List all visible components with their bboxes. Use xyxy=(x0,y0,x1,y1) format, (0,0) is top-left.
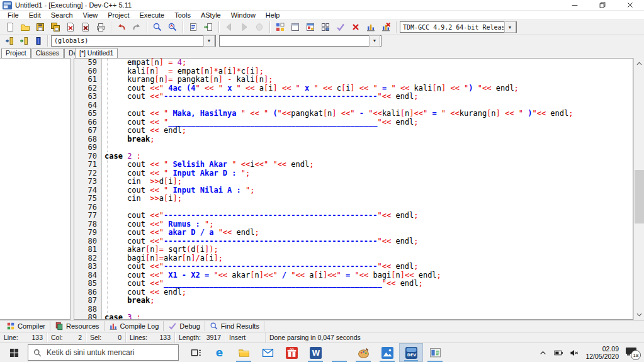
code-line[interactable]: empat[n] = 4; xyxy=(105,59,633,67)
taskbar-app-word[interactable]: W xyxy=(303,343,327,362)
globals-combobox[interactable]: (globals) ▼ xyxy=(51,35,216,47)
taskbar-app-edge[interactable]: e xyxy=(208,343,232,362)
syntax-check-button[interactable] xyxy=(333,20,348,35)
code-line[interactable]: cout << endl; xyxy=(105,288,633,297)
code-line[interactable]: cout <<" Rumus : "; xyxy=(105,220,633,229)
menu-help[interactable]: Help xyxy=(261,11,285,19)
prev-window-button[interactable] xyxy=(2,35,16,47)
code-line[interactable] xyxy=(105,101,633,110)
scrollbar-thumb[interactable] xyxy=(635,170,644,223)
code-line[interactable]: cout <<" X1 - X2 = "<< akar[n]<<" / "<< … xyxy=(105,271,633,280)
report-tab-debug[interactable]: Debug xyxy=(164,321,205,331)
code-line[interactable] xyxy=(105,144,633,152)
menu-edit[interactable]: Edit xyxy=(24,11,46,19)
find-button[interactable] xyxy=(150,20,165,35)
menu-file[interactable]: File xyxy=(3,11,24,19)
abort-button[interactable] xyxy=(348,20,363,35)
save-all-button[interactable] xyxy=(48,20,63,35)
next-window-button[interactable] xyxy=(16,35,31,47)
code-line[interactable]: case 2 : xyxy=(105,152,633,161)
code-line[interactable]: break; xyxy=(105,135,633,144)
open-file-button[interactable] xyxy=(18,20,33,35)
code-line[interactable]: cin >>d[i]; xyxy=(105,178,633,186)
menu-tools[interactable]: Tools xyxy=(169,11,196,19)
report-tab-resources[interactable]: Resources xyxy=(50,321,105,331)
taskbar-app-mail[interactable] xyxy=(256,343,280,362)
code-line[interactable]: cout <<"--------------------------------… xyxy=(105,93,633,101)
report-tab-compiler[interactable]: Compiler xyxy=(2,321,50,331)
insert-button[interactable] xyxy=(201,20,216,35)
code-line[interactable]: cout << " Selisih Akar " <<i<<" "<< endl… xyxy=(105,161,633,169)
code-line[interactable] xyxy=(105,203,633,212)
compile-button[interactable] xyxy=(273,20,288,35)
menu-astyle[interactable]: AStyle xyxy=(196,11,226,19)
code-line[interactable]: cout << " Input Akar D : "; xyxy=(105,169,633,178)
code-line[interactable]: cout <<" akar D / a "<< endl; xyxy=(105,229,633,237)
editor-tab-untitled1[interactable]: [*] Untitled1 xyxy=(75,48,118,58)
close-all-button[interactable] xyxy=(78,20,93,35)
close-file-button[interactable] xyxy=(63,20,78,35)
notification-icon[interactable]: 18 xyxy=(625,346,639,359)
code-line[interactable]: cout << "_______________________________… xyxy=(105,118,633,127)
volume-muted-icon[interactable] xyxy=(570,348,579,358)
members-combobox-arrow-icon[interactable]: ▼ xyxy=(369,35,380,47)
globals-combobox-arrow-icon[interactable]: ▼ xyxy=(203,35,215,47)
taskbar-app-explorer[interactable] xyxy=(232,343,256,362)
delete-profiling-button[interactable] xyxy=(378,20,393,35)
minimize-icon[interactable] xyxy=(561,0,589,10)
code-area[interactable]: empat[n] = 4; kali[n] = empat[n]*a[i]*c[… xyxy=(102,59,633,319)
code-line[interactable]: cout <<"--------------------------------… xyxy=(105,237,633,246)
code-line[interactable]: cout << endl; xyxy=(105,127,633,135)
code-line[interactable]: kali[n] = empat[n]*a[i]*c[i]; xyxy=(105,67,633,76)
menu-project[interactable]: Project xyxy=(103,11,134,19)
run-button[interactable] xyxy=(288,20,303,35)
code-line[interactable]: cin >>a[i]; xyxy=(105,195,633,203)
code-line[interactable]: cout <<"--------------------------------… xyxy=(105,212,633,220)
taskbar-app-paint[interactable] xyxy=(351,343,375,362)
pause-button[interactable] xyxy=(31,35,45,47)
print-button[interactable] xyxy=(93,20,108,35)
code-line[interactable]: cout << " Maka, Hasilnya " << " ("<<pang… xyxy=(105,110,633,118)
compiler-combobox[interactable]: TDM-GCC 4.9.2 64-bit Release▼ xyxy=(400,21,517,33)
code-line[interactable]: case 3 : xyxy=(105,314,633,319)
new-file-button[interactable] xyxy=(3,20,18,35)
taskbar-app-impress[interactable] xyxy=(423,343,447,362)
report-tab-compile-log[interactable]: Compile Log xyxy=(105,321,164,331)
close-icon[interactable] xyxy=(616,0,644,10)
menu-window[interactable]: Window xyxy=(226,11,261,19)
restore-icon[interactable] xyxy=(589,0,616,10)
code-editor[interactable]: 5960616263646566676869707172737475767778… xyxy=(74,58,633,320)
code-line[interactable]: bagi[n]=akar[n]/a[i]; xyxy=(105,254,633,263)
code-line[interactable]: akar[n]= sqrt(d[i]); xyxy=(105,246,633,254)
redo-button[interactable] xyxy=(129,20,144,35)
clock[interactable]: 02.09 12/05/2020 xyxy=(585,345,619,360)
taskbar-app-task-view[interactable] xyxy=(184,343,208,362)
start-button[interactable] xyxy=(0,343,28,362)
taskbar-app-chrome[interactable] xyxy=(327,343,351,362)
compiler-combobox-arrow-icon[interactable]: ▼ xyxy=(504,21,516,33)
taskbar-app-gift-app[interactable] xyxy=(280,343,303,362)
code-line[interactable]: kurang[n]= pangkat[n] - kali[n]; xyxy=(105,76,633,84)
menu-view[interactable]: View xyxy=(78,11,103,19)
taskbar-search-input[interactable]: Ketik di sini untuk mencari xyxy=(28,344,179,361)
save-button[interactable] xyxy=(33,20,48,35)
goto-line-button[interactable] xyxy=(186,20,201,35)
scroll-up-icon[interactable] xyxy=(634,58,644,69)
taskbar-app-photos[interactable] xyxy=(375,343,399,362)
code-line[interactable]: break; xyxy=(105,297,633,305)
tray-chevron-up-icon[interactable] xyxy=(538,348,548,358)
taskbar-app-devcpp[interactable]: DEV xyxy=(399,343,423,362)
report-tab-find-results[interactable]: Find Results xyxy=(205,321,264,331)
code-line[interactable]: cout <<"--------------------------------… xyxy=(105,263,633,271)
rebuild-button[interactable] xyxy=(318,20,333,35)
menu-search[interactable]: Search xyxy=(46,11,78,19)
code-line[interactable]: cout << " Input Nilai A : "; xyxy=(105,186,633,195)
menu-execute[interactable]: Execute xyxy=(134,11,169,19)
profile-button[interactable] xyxy=(363,20,378,35)
vertical-scrollbar[interactable] xyxy=(633,58,644,320)
code-line[interactable] xyxy=(105,305,633,314)
code-line[interactable]: cout <<"________________________________… xyxy=(105,280,633,288)
scroll-down-icon[interactable] xyxy=(634,309,644,320)
members-combobox[interactable]: ▼ xyxy=(219,35,381,47)
code-line[interactable]: cout <<" 4ac (4" << " x " << a[i] << " x… xyxy=(105,84,633,93)
